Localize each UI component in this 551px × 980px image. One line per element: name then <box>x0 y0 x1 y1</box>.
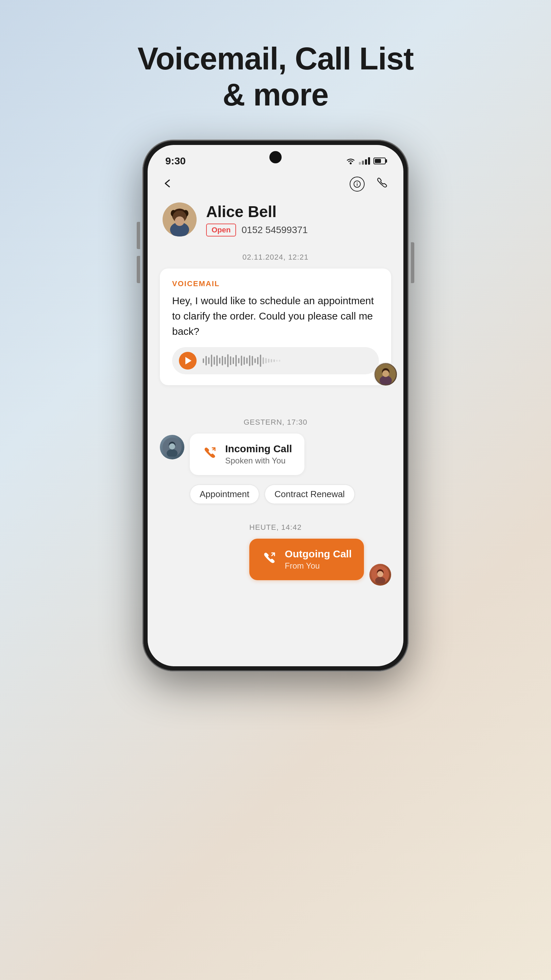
contact-info: Alice Bell Open 0152 54599371 <box>206 202 308 237</box>
svg-point-15 <box>382 370 389 377</box>
contact-header: Alice Bell Open 0152 54599371 <box>148 199 403 245</box>
play-button[interactable] <box>179 352 197 369</box>
open-badge: Open <box>206 224 236 237</box>
voicemail-text: Hey, I would like to schedule an appoint… <box>172 293 379 339</box>
voicemail-card: VOICEMAIL Hey, I would like to schedule … <box>160 269 391 385</box>
phone-mockup: 9:30 <box>143 140 408 671</box>
incoming-call-subtitle: Spoken with You <box>225 456 292 466</box>
svg-point-3 <box>357 182 357 183</box>
wifi-icon <box>346 157 356 165</box>
page-title: Voicemail, Call List & more <box>137 41 414 113</box>
nav-bar <box>148 169 403 199</box>
contact-number: 0152 54599371 <box>241 224 308 235</box>
incoming-call-card: Incoming Call Spoken with You <box>190 434 305 475</box>
signal-icon <box>359 157 370 165</box>
svg-point-23 <box>377 571 383 577</box>
outgoing-call-card: Outgoing Call From You <box>249 539 364 580</box>
chat-area: 02.11.2024, 12:21 VOICEMAIL Hey, I would… <box>148 245 403 666</box>
status-bar: 9:30 <box>148 145 403 169</box>
tags-row: Appointment Contract Renewal <box>160 485 391 504</box>
contact-meta: Open 0152 54599371 <box>206 224 308 237</box>
contact-avatar <box>163 202 197 237</box>
voicemail-sender-avatar <box>373 362 398 387</box>
incoming-call-row: Incoming Call Spoken with You <box>160 434 391 482</box>
info-button[interactable] <box>349 177 365 192</box>
outgoing-call-icon <box>262 550 276 569</box>
call-button[interactable] <box>375 176 388 192</box>
date-divider-2: GESTERN, 17:30 <box>160 418 391 427</box>
incoming-call-icon <box>202 445 217 463</box>
date-divider-3: HEUTE, 14:42 <box>160 523 391 532</box>
outgoing-call-subtitle: From You <box>285 561 352 571</box>
incoming-call-title: Incoming Call <box>225 443 292 455</box>
tag-contract-renewal: Contract Renewal <box>265 485 355 504</box>
camera-notch <box>269 151 282 163</box>
voicemail-label: VOICEMAIL <box>172 279 379 288</box>
back-button[interactable] <box>163 178 173 190</box>
svg-point-0 <box>349 162 352 164</box>
waveform <box>203 354 372 367</box>
audio-player <box>172 347 379 374</box>
contact-name: Alice Bell <box>206 202 308 221</box>
status-icons <box>346 157 386 165</box>
outgoing-caller-avatar <box>369 564 391 585</box>
svg-point-11 <box>175 216 184 226</box>
outgoing-call-title: Outgoing Call <box>285 548 352 560</box>
incoming-caller-avatar <box>160 435 184 460</box>
svg-rect-2 <box>357 184 357 186</box>
battery-icon <box>373 158 386 164</box>
svg-point-19 <box>169 443 175 450</box>
date-divider-1: 02.11.2024, 12:21 <box>160 253 391 262</box>
tag-appointment: Appointment <box>190 485 259 504</box>
outgoing-call-row: Outgoing Call From You <box>160 539 391 585</box>
status-time: 9:30 <box>165 155 186 167</box>
